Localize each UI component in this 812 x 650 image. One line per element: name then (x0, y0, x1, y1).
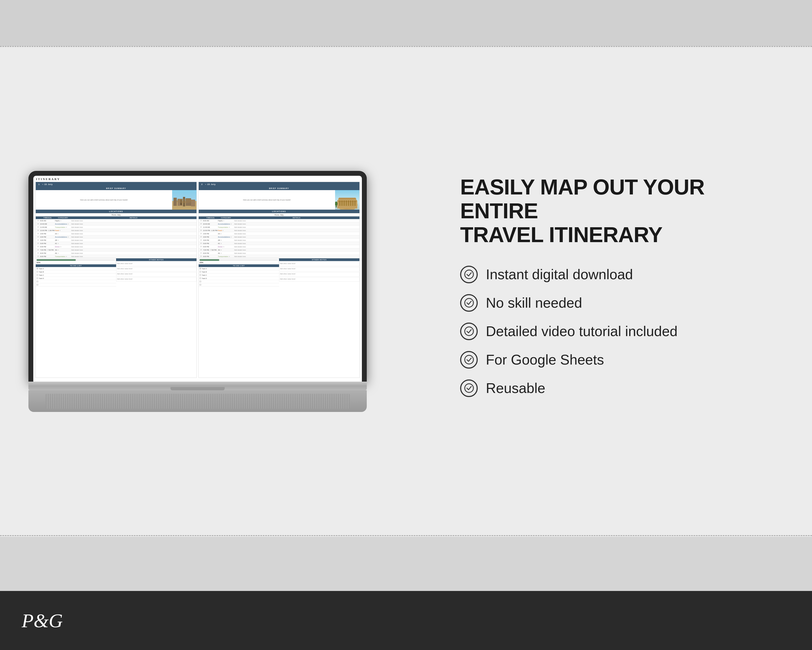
todo-checkbox[interactable]: ☐ (37, 284, 38, 286)
row-icon: ⟳ (199, 236, 203, 238)
svg-point-27 (465, 298, 473, 307)
row-icon: ⟳ (199, 239, 203, 241)
summary-image-2 (335, 190, 359, 210)
row-category: Flights ▼ (218, 220, 234, 222)
row-category: AG ▼ (218, 249, 234, 251)
row-details: Add details here (234, 255, 359, 257)
svg-rect-2 (174, 198, 177, 206)
todo-text: Task D (39, 278, 44, 279)
table-row: ⟳ 8:00 AM Flights ▼ Add details here (199, 219, 359, 222)
row-icon: ⟳ (36, 229, 40, 232)
row-details: Add details here (71, 255, 196, 257)
todo-checkbox[interactable]: ☐ (37, 277, 38, 280)
todo-checkbox[interactable]: ☐ (200, 274, 201, 276)
feature-text: Detailed video tutorial included (486, 323, 678, 340)
note-item: Add other notes here! (116, 262, 197, 266)
row-time: 10:00 AM (40, 223, 55, 225)
row-icon: ⟳ (36, 242, 40, 245)
table-row: ⟳ 12:00 PM - 1:30 PM Food ▼ Add details … (199, 229, 359, 232)
todo-checkbox[interactable]: ☐ (200, 284, 201, 286)
todo-item: ☐Task B (199, 270, 279, 274)
todo-checkbox[interactable]: ☐ (37, 274, 38, 276)
todo-list-1: ☑Task A☐Task B☐Task C☐Task D☐☐ (36, 267, 116, 286)
row-time: 11:00 AM (203, 226, 218, 228)
row-details: Add details here (234, 246, 359, 248)
locations-header-1: LOCATIONS (36, 210, 197, 213)
bottom-bar: P&G (0, 591, 812, 650)
summary-image-1 (172, 190, 197, 210)
feature-item: For Google Sheets (460, 351, 769, 369)
note-item: Add other notes here! (279, 267, 359, 271)
row-category: Food ▼ (218, 230, 234, 231)
todo-checkbox[interactable]: ☐ (200, 271, 201, 273)
todo-checkbox[interactable]: ☐ (200, 277, 201, 280)
todo-section-1: 50% TO DO LIST ☑Task A☐Task B☐Task C☐Tas… (36, 258, 116, 286)
todo-checkbox[interactable]: ☑ (37, 268, 38, 270)
todo-item: ☐Task B (36, 270, 116, 274)
col-icon-header-1 (36, 217, 40, 219)
svg-point-29 (465, 355, 473, 364)
locations-header-2: LOCATIONS (199, 210, 359, 213)
todo-text: Task B (202, 271, 207, 273)
table-body-2: ⟳ 8:00 AM Flights ▼ Add details here ⟳ 1… (199, 219, 359, 258)
gray-area (0, 537, 812, 591)
row-time: 5:00 PM (203, 243, 218, 244)
todo-section-2: 25% TO DO LIST ☑Task A☐Task B☐Task C☐Tas… (199, 258, 279, 286)
row-time: 3:00 PM (40, 236, 55, 238)
row-time: 9:00 PM (40, 255, 55, 257)
right-section: EASILY MAP OUT YOUR ENTIRE TRAVEL ITINER… (438, 159, 791, 424)
row-details: Add details here (234, 236, 359, 238)
row-category: Food ▼ (55, 230, 71, 231)
col-times-header-1: TIMES(S) (40, 217, 55, 219)
laptop-section: ITINERARY 1 • 22 July (21, 171, 374, 412)
todo-checkbox[interactable]: ☐ (37, 281, 38, 283)
row-time: 2:00 PM (40, 233, 55, 234)
note-item: Add other notes here! (116, 277, 197, 282)
row-icon: ⟳ (36, 239, 40, 241)
row-details: Add details here (234, 243, 359, 244)
row-category: Accomodations ▼ (218, 223, 234, 225)
row-details: Add details here (234, 230, 359, 231)
svg-point-26 (465, 270, 473, 279)
note-item: Add other notes here! (116, 272, 197, 277)
row-icon: ⟳ (36, 232, 40, 235)
feature-text: No skill needed (486, 295, 582, 311)
spreadsheet-wrapper: ITINERARY 1 • 22 July (33, 176, 362, 382)
progress-bar-wrap-2 (200, 259, 278, 261)
svg-point-8 (176, 199, 192, 203)
keyboard-detail (46, 394, 350, 409)
todo-checkbox[interactable]: ☐ (200, 281, 201, 283)
feature-text: Reusable (486, 380, 545, 396)
row-icon: ⟳ (199, 252, 203, 254)
location-text-1: Rome, Italy (36, 213, 197, 216)
table-header-1: TIMES(S) CATEGORY DETAILS (36, 216, 197, 219)
todo-checkbox[interactable]: ☐ (37, 271, 38, 273)
notes-header-2: OTHER NOTES (279, 258, 359, 261)
day-date-1: 22 July (44, 184, 53, 185)
table-row: ⟳ 10:00 AM Accomodations ▼ Add details h… (36, 222, 197, 226)
table-row: ⟳ 4:00 PM AB ▼ Add details here (199, 239, 359, 242)
todo-checkbox[interactable]: ☑ (200, 268, 201, 270)
row-category: AE ▼ (218, 252, 234, 254)
panels-row: 1 • 22 July BRIEF SUMMARY Here you can a… (33, 182, 362, 380)
row-details: Add details here (71, 252, 196, 254)
col-details-header-1: DETAILS (71, 217, 196, 219)
row-details: Add details here (234, 252, 359, 254)
table-row: ⟳ 2:00 PM AA ▼ Add details here (199, 232, 359, 236)
note-item: Add other notes here! (116, 267, 197, 271)
row-category: Accomodations ▼ (218, 236, 234, 238)
day-num-2: 2 (200, 183, 204, 186)
row-icon: ⟳ (36, 255, 40, 258)
day-date-separator-2: • (205, 184, 206, 185)
row-category: AG ▼ (55, 249, 71, 251)
svg-rect-22 (352, 200, 354, 206)
svg-rect-15 (339, 198, 356, 199)
row-icon: ⟳ (36, 236, 40, 238)
table-row: ⟳ 4:00 PM AB ▼ Add details here (36, 239, 197, 242)
table-row: ⟳ 7:00 PM - 7:30 PM AG ▼ Add details her… (36, 248, 197, 252)
row-time: 6:00 PM (40, 246, 55, 248)
col-category-header-2: CATEGORY (218, 217, 234, 219)
row-category: AA ▼ (55, 233, 71, 234)
notes-section-1: OTHER NOTES Add other notes here!Add oth… (116, 258, 197, 286)
headline-line2: TRAVEL ITINERARY (460, 223, 662, 247)
